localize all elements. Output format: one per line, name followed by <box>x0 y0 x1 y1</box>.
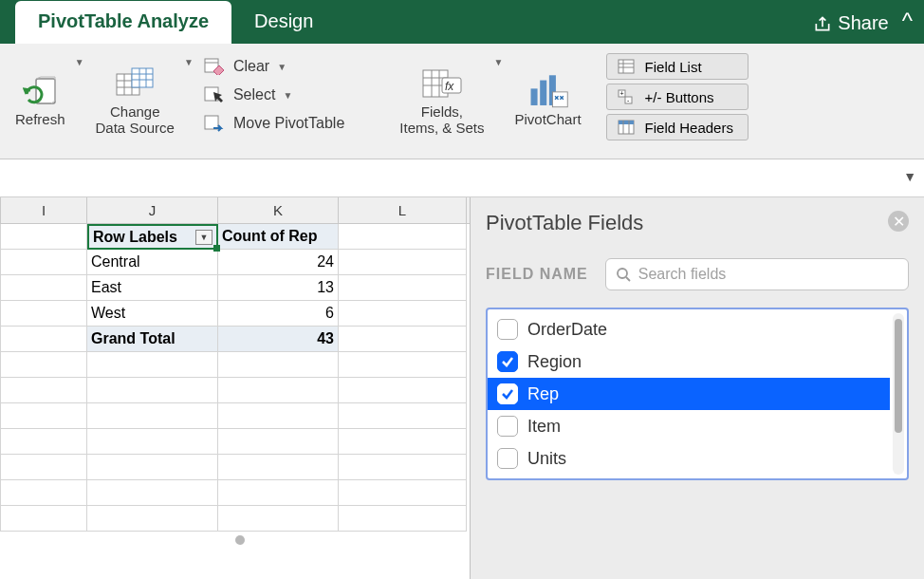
cell[interactable] <box>339 378 467 403</box>
cell[interactable] <box>87 506 218 532</box>
svg-text:fx: fx <box>445 80 454 93</box>
plus-minus-buttons-toggle[interactable]: +- +/- Buttons <box>606 84 748 110</box>
cell[interactable] <box>87 378 218 403</box>
sheet-scrub-handle[interactable] <box>235 535 245 545</box>
cell[interactable] <box>339 327 467 352</box>
col-header-k[interactable]: K <box>218 197 339 223</box>
pivotchart-button[interactable]: PivotChart <box>511 72 585 130</box>
pivot-row-value[interactable]: 24 <box>218 250 339 275</box>
cell[interactable] <box>339 455 467 480</box>
cell[interactable] <box>0 403 87 429</box>
close-icon[interactable]: ✕ <box>888 211 909 232</box>
cell[interactable] <box>339 301 467 327</box>
tab-design[interactable]: Design <box>231 1 336 44</box>
cell[interactable] <box>218 480 339 506</box>
cell[interactable] <box>218 429 339 455</box>
field-list-toggle[interactable]: Field List <box>606 53 748 80</box>
count-header[interactable]: Count of Rep <box>218 224 339 250</box>
select-button[interactable]: Select ▼ <box>199 84 348 106</box>
move-icon <box>203 114 226 133</box>
cell[interactable] <box>0 480 87 506</box>
cell[interactable] <box>87 429 218 455</box>
scrollbar-thumb[interactable] <box>895 319 902 433</box>
checkbox[interactable] <box>497 319 518 340</box>
col-header-j[interactable]: J <box>87 197 218 223</box>
move-pivottable-button[interactable]: Move PivotTable <box>199 112 348 135</box>
cell[interactable] <box>218 378 339 403</box>
collapse-ribbon-icon[interactable]: ^ <box>898 8 924 44</box>
dropdown-icon[interactable]: ▼ <box>184 57 194 67</box>
svg-rect-35 <box>619 121 634 124</box>
field-item-units[interactable]: Units <box>488 442 890 475</box>
cell[interactable] <box>339 224 467 250</box>
fields-items-sets-button[interactable]: fx Fields, Items, & Sets <box>396 65 488 138</box>
tab-pivottable-analyze[interactable]: PivotTable Analyze <box>15 1 231 44</box>
cell[interactable] <box>0 429 87 455</box>
svg-text:+: + <box>619 90 623 97</box>
grand-total-value[interactable]: 43 <box>218 327 339 352</box>
checkbox[interactable] <box>497 416 518 437</box>
dropdown-icon: ▼ <box>277 62 286 72</box>
eraser-icon <box>203 57 226 76</box>
pivot-row-label[interactable]: East <box>87 275 218 301</box>
pivot-row-value[interactable]: 13 <box>218 275 339 301</box>
cell[interactable] <box>218 352 339 378</box>
pivot-row-label[interactable]: Central <box>87 250 218 275</box>
svg-rect-6 <box>132 68 153 87</box>
checkbox[interactable] <box>497 351 518 372</box>
field-item-orderdate[interactable]: OrderDate <box>488 313 890 346</box>
cell[interactable] <box>339 429 467 455</box>
field-headers-icon <box>617 119 636 136</box>
filter-dropdown-icon[interactable]: ▼ <box>195 230 213 245</box>
cell[interactable] <box>0 455 87 480</box>
row-labels-header[interactable]: Row Labels ▼ <box>87 224 218 250</box>
cell[interactable] <box>339 480 467 506</box>
cell[interactable] <box>0 275 87 301</box>
cell[interactable] <box>339 506 467 532</box>
pivot-row-value[interactable]: 6 <box>218 301 339 327</box>
cell[interactable] <box>218 506 339 532</box>
pivot-row-label[interactable]: West <box>87 301 218 327</box>
move-label: Move PivotTable <box>233 115 344 132</box>
cell[interactable] <box>339 275 467 301</box>
search-input[interactable] <box>638 266 898 283</box>
field-item-item[interactable]: Item <box>488 410 890 442</box>
grand-total-label[interactable]: Grand Total <box>87 327 218 352</box>
cell[interactable] <box>87 455 218 480</box>
select-label: Select <box>233 86 275 103</box>
cell[interactable] <box>0 506 87 532</box>
checkbox[interactable] <box>497 448 518 469</box>
cell[interactable] <box>87 480 218 506</box>
scrollbar[interactable] <box>893 313 904 475</box>
field-label: Rep <box>527 384 559 404</box>
cell[interactable] <box>218 455 339 480</box>
cell[interactable] <box>339 403 467 429</box>
field-item-region[interactable]: Region <box>488 346 890 378</box>
cell[interactable] <box>0 301 87 327</box>
svg-point-38 <box>618 269 627 278</box>
clear-button[interactable]: Clear ▼ <box>199 55 348 78</box>
cell[interactable] <box>0 224 87 250</box>
cell[interactable] <box>87 352 218 378</box>
col-header-i[interactable]: I <box>0 197 87 223</box>
svg-rect-14 <box>205 116 218 129</box>
refresh-button[interactable]: Refresh <box>11 72 69 130</box>
field-headers-toggle[interactable]: Field Headers <box>606 114 748 140</box>
checkbox[interactable] <box>497 383 518 404</box>
plus-minus-label: +/- Buttons <box>645 89 714 105</box>
search-fields-box[interactable] <box>605 258 909 290</box>
cell[interactable] <box>339 250 467 275</box>
cell[interactable] <box>218 403 339 429</box>
cell[interactable] <box>0 250 87 275</box>
cell[interactable] <box>0 378 87 403</box>
share-button[interactable]: Share <box>813 12 897 44</box>
cell[interactable] <box>339 352 467 378</box>
cell[interactable] <box>87 403 218 429</box>
cell[interactable] <box>0 327 87 352</box>
change-data-source-button[interactable]: Change Data Source <box>92 65 178 138</box>
formula-bar-dropdown[interactable]: ▼ <box>903 169 916 184</box>
col-header-l[interactable]: L <box>339 197 467 223</box>
cell[interactable] <box>0 352 87 378</box>
field-item-rep[interactable]: Rep <box>488 378 890 410</box>
dropdown-icon[interactable]: ▼ <box>494 57 504 67</box>
